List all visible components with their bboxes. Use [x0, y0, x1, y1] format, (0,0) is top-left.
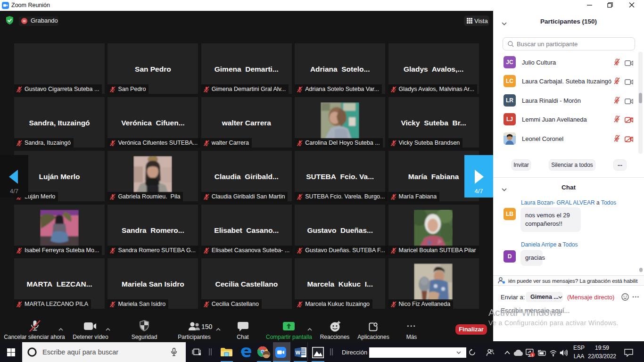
svg-text:W: W [296, 350, 301, 355]
svg-text:1: 1 [531, 353, 534, 357]
